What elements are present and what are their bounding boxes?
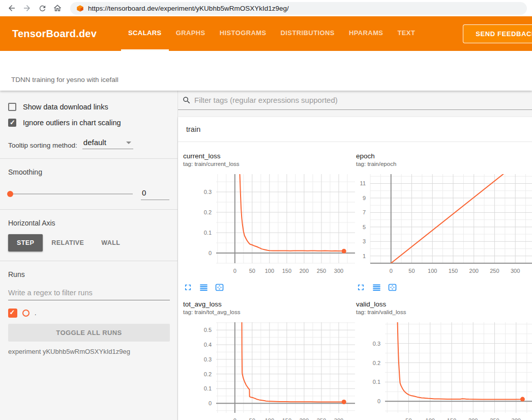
back-icon[interactable] bbox=[5, 2, 18, 15]
chart-title: tot_avg_loss bbox=[183, 300, 356, 308]
tooltip-sorting-select[interactable]: default bbox=[82, 138, 133, 149]
svg-text:0: 0 bbox=[209, 400, 212, 406]
tab-histograms[interactable]: HISTOGRAMS bbox=[213, 16, 274, 51]
chart-canvas-valid_loss[interactable]: 5010015020025030000.10.20.3 bbox=[356, 320, 532, 420]
run-checkbox[interactable] bbox=[8, 309, 17, 318]
svg-text:9: 9 bbox=[363, 195, 366, 201]
svg-text:1: 1 bbox=[363, 253, 366, 259]
checkbox[interactable] bbox=[8, 119, 16, 127]
svg-text:0.2: 0.2 bbox=[373, 360, 380, 366]
brand-title: TensorBoard.dev bbox=[12, 28, 97, 40]
send-feedback-button[interactable]: SEND FEEDBACK bbox=[463, 24, 532, 43]
runs-filter-input[interactable] bbox=[8, 286, 170, 300]
tab-graphs[interactable]: GRAPHS bbox=[169, 16, 213, 51]
smoothing-value-input[interactable] bbox=[141, 187, 169, 200]
search-icon bbox=[182, 96, 191, 105]
tag-filter-input[interactable] bbox=[191, 96, 532, 104]
svg-text:50: 50 bbox=[249, 268, 255, 274]
log-scale-icon[interactable] bbox=[199, 283, 209, 292]
checkbox-label: Ignore outliers in chart scaling bbox=[23, 119, 121, 127]
run-row[interactable]: . bbox=[8, 309, 169, 318]
svg-text:150: 150 bbox=[447, 417, 456, 420]
checkbox-label: Show data download links bbox=[23, 103, 108, 111]
svg-text:0: 0 bbox=[233, 268, 237, 274]
tab-distributions[interactable]: DISTRIBUTIONS bbox=[274, 16, 342, 51]
svg-text:0.3: 0.3 bbox=[373, 341, 380, 347]
divider bbox=[0, 158, 178, 159]
tag-filter-row bbox=[178, 91, 532, 110]
svg-text:0.3: 0.3 bbox=[204, 189, 212, 195]
app-header: TensorBoard.dev SCALARSGRAPHSHISTOGRAMSD… bbox=[0, 16, 532, 51]
url-text: https://tensorboard.dev/experiment/yKUbh… bbox=[88, 5, 289, 12]
svg-text:0.3: 0.3 bbox=[204, 356, 212, 362]
svg-text:200: 200 bbox=[300, 417, 309, 420]
chart-card-current_loss: current_losstag: train/current_loss05010… bbox=[183, 144, 356, 292]
svg-text:50: 50 bbox=[249, 417, 255, 420]
refresh-icon[interactable] bbox=[36, 2, 49, 15]
experiment-bar: TDNN training for yesno with icefall bbox=[0, 51, 532, 91]
nav-tabs: SCALARSGRAPHSHISTOGRAMSDISTRIBUTIONSHPAR… bbox=[121, 16, 422, 51]
tab-hparams[interactable]: HPARAMS bbox=[342, 16, 391, 51]
axis-option-relative[interactable]: RELATIVE bbox=[43, 234, 93, 251]
section-title[interactable]: train bbox=[178, 117, 532, 142]
svg-text:0.5: 0.5 bbox=[204, 327, 212, 333]
experiment-id-label: experiment yKUbhb5wRmOSXYkId1z9eg bbox=[8, 348, 169, 355]
svg-text:5: 5 bbox=[363, 224, 366, 230]
svg-text:0: 0 bbox=[390, 268, 393, 274]
svg-text:100: 100 bbox=[265, 417, 274, 420]
smoothing-slider[interactable] bbox=[8, 193, 133, 194]
chart-canvas-current_loss[interactable]: 05010015020025030000.10.20.3 bbox=[183, 172, 359, 277]
horizontal-axis-options: STEPRELATIVEWALL bbox=[8, 234, 169, 251]
tab-text[interactable]: TEXT bbox=[390, 16, 422, 51]
svg-text:0: 0 bbox=[233, 417, 237, 420]
svg-text:300: 300 bbox=[334, 268, 343, 274]
run-color-swatch bbox=[22, 310, 29, 317]
chart-canvas-tot_avg_loss[interactable]: 05010015020025030000.10.20.30.40.5 bbox=[183, 320, 359, 420]
divider bbox=[0, 209, 178, 210]
run-name: . bbox=[35, 310, 36, 317]
axis-option-step[interactable]: STEP bbox=[8, 234, 43, 251]
home-icon[interactable] bbox=[51, 2, 64, 15]
horizontal-axis-label: Horizontal Axis bbox=[8, 219, 169, 227]
svg-text:0.1: 0.1 bbox=[204, 385, 212, 391]
train-section-card: train current_losstag: train/current_los… bbox=[178, 117, 532, 420]
chart-card-valid_loss: valid_losstag: train/valid_loss501001502… bbox=[356, 292, 532, 420]
checkbox[interactable] bbox=[8, 103, 16, 111]
chart-toolbar bbox=[356, 283, 532, 292]
charts-grid: current_losstag: train/current_loss05010… bbox=[178, 142, 532, 420]
svg-text:0: 0 bbox=[209, 250, 212, 256]
checkbox-row[interactable]: Ignore outliers in chart scaling bbox=[8, 119, 169, 127]
slider-thumb[interactable] bbox=[7, 191, 13, 197]
tooltip-sorting-label: Tooltip sorting method: bbox=[8, 142, 77, 149]
svg-text:250: 250 bbox=[490, 417, 499, 420]
tooltip-sorting-value: default bbox=[83, 138, 106, 147]
fit-domain-icon[interactable] bbox=[388, 283, 397, 292]
svg-text:11: 11 bbox=[360, 180, 366, 186]
expand-chart-icon[interactable] bbox=[356, 283, 366, 292]
tab-scalars[interactable]: SCALARS bbox=[121, 16, 169, 51]
chart-tag: tag: train/tot_avg_loss bbox=[183, 309, 356, 315]
settings-sidebar: Show data download linksIgnore outliers … bbox=[0, 91, 178, 420]
svg-text:3: 3 bbox=[363, 238, 366, 244]
axis-option-wall[interactable]: WALL bbox=[93, 234, 129, 251]
svg-text:100: 100 bbox=[428, 268, 437, 274]
expand-chart-icon[interactable] bbox=[183, 283, 193, 292]
svg-text:7: 7 bbox=[363, 209, 366, 215]
browser-toolbar: https://tensorboard.dev/experiment/yKUbh… bbox=[0, 0, 532, 16]
fit-domain-icon[interactable] bbox=[215, 283, 224, 292]
svg-text:50: 50 bbox=[408, 268, 415, 274]
svg-text:0.1: 0.1 bbox=[204, 230, 212, 236]
svg-text:0.2: 0.2 bbox=[204, 209, 212, 215]
svg-text:150: 150 bbox=[282, 268, 291, 274]
chart-canvas-epoch[interactable]: 0501001502002503001357911 bbox=[356, 172, 532, 277]
checkbox-row[interactable]: Show data download links bbox=[8, 103, 169, 111]
svg-text:300: 300 bbox=[511, 268, 520, 274]
toggle-all-runs-button[interactable]: TOGGLE ALL RUNS bbox=[8, 324, 170, 342]
svg-text:200: 200 bbox=[468, 417, 478, 420]
chart-tag: tag: train/epoch bbox=[356, 161, 532, 167]
forward-icon[interactable] bbox=[20, 2, 34, 15]
address-bar[interactable]: https://tensorboard.dev/experiment/yKUbh… bbox=[70, 2, 527, 15]
svg-text:0.2: 0.2 bbox=[204, 371, 212, 377]
svg-text:250: 250 bbox=[490, 268, 499, 274]
log-scale-icon[interactable] bbox=[372, 283, 381, 292]
